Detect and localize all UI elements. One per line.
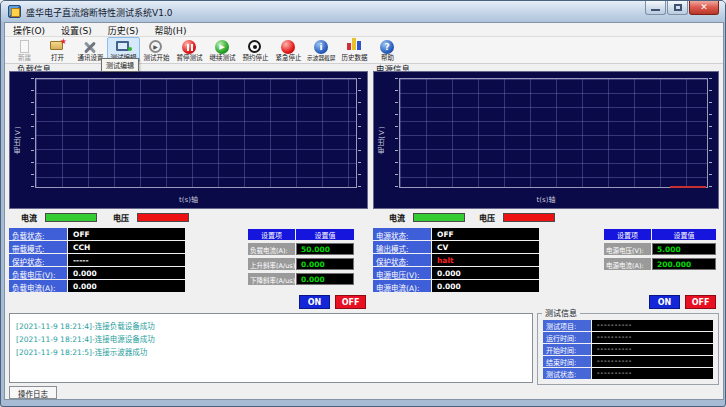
load-chart: 电压(V) t(s)轴 xyxy=(9,71,368,209)
window-title: 盛华电子直流熔断特性测试系统V1.0 xyxy=(26,6,172,19)
load-chart-plot xyxy=(35,78,357,188)
load-chart-yticks-left xyxy=(31,78,34,188)
source-off-button[interactable]: OFF xyxy=(685,295,716,309)
load-current-setting[interactable]: 50.000 xyxy=(296,243,354,255)
source-legend-voltage-swatch xyxy=(503,213,555,222)
load-state-value: OFF xyxy=(68,228,185,240)
source-chart-voltage-trace xyxy=(670,186,706,188)
table-row: 负载电压(V): 0.000 xyxy=(9,267,185,279)
load-legend-current-swatch xyxy=(45,213,97,222)
load-current-value: 0.000 xyxy=(68,280,185,292)
table-row: 负载电流(A): 0.000 xyxy=(9,280,185,292)
source-voltage-setting[interactable]: 5.000 xyxy=(652,243,716,255)
table-row: 负载状态: OFF xyxy=(9,228,185,240)
load-status-table: 负载状态: OFF 带载模式: CCH 保护状态: ----- 负载电压(V):… xyxy=(9,228,185,292)
load-chart-ylabel: 电压(V) xyxy=(13,125,23,154)
rise-slope-setting[interactable]: 0.000 xyxy=(296,258,354,270)
menu-help[interactable]: 帮助(H) xyxy=(155,24,187,36)
test-start-icon: ▶ xyxy=(148,39,165,51)
menu-history[interactable]: 历史(S) xyxy=(108,24,139,36)
table-row: 电源电流(A): 200.000 xyxy=(604,258,716,270)
load-chart-xlabel: t(s)轴 xyxy=(10,194,367,204)
table-row: 结束时间: ---------- xyxy=(543,356,713,367)
end-time-value: ---------- xyxy=(592,356,713,367)
toolbar-emergency-stop-button[interactable]: 紧急停止 xyxy=(272,37,305,63)
test-info-table: 测试项目: ---------- 运行时间: ---------- 开始时间: … xyxy=(543,320,713,379)
toolbar-scheduled-stop-button[interactable]: 预约停止 xyxy=(239,37,272,63)
source-status-table: 电源状态: OFF 输出模式: CV 保护状态: halt 电源电压(V): 0… xyxy=(373,228,539,292)
resume-test-icon: ▶ xyxy=(214,39,231,51)
operation-log: [2021-11-9 18:21:4]-连接负载设备成功 [2021-11-9 … xyxy=(9,313,533,383)
table-row: 下降斜率(A/us): 0.000 xyxy=(248,273,354,285)
load-settings-table: 设置项 设置值 负载电流(A): 50.000 上升斜率(A/us): 0.00… xyxy=(248,229,354,285)
test-edit-icon xyxy=(115,39,132,51)
table-row: 输出模式: CV xyxy=(373,241,539,253)
source-current-setting[interactable]: 200.000 xyxy=(652,258,716,270)
table-row: 电源状态: OFF xyxy=(373,228,539,240)
load-on-button[interactable]: ON xyxy=(299,295,330,309)
toolbar-new-button[interactable]: 新建 xyxy=(8,37,41,63)
fall-slope-setting[interactable]: 0.000 xyxy=(296,273,354,285)
settings-header: 设置项 设置值 xyxy=(604,229,716,240)
emergency-stop-icon xyxy=(280,39,297,51)
table-row: 带载模式: CCH xyxy=(9,241,185,253)
toolbar-history-data-button[interactable]: 历史数据 xyxy=(338,37,371,63)
table-row: 开始时间: ---------- xyxy=(543,344,713,355)
start-time-value: ---------- xyxy=(592,344,713,355)
maximize-button[interactable] xyxy=(667,1,688,15)
source-chart: 电压(V) t(s)轴 xyxy=(373,71,719,209)
menu-settings[interactable]: 设置(S) xyxy=(61,24,92,36)
maximize-icon xyxy=(674,4,682,11)
toolbar-open-button[interactable]: ★ 打开 xyxy=(41,37,74,63)
toolbar-pause-test-button[interactable]: 暂停测试 xyxy=(173,37,206,63)
source-chart-yticks-right xyxy=(709,78,712,188)
table-row: 上升斜率(A/us): 0.000 xyxy=(248,258,354,270)
table-row: 测试项目: ---------- xyxy=(543,320,713,331)
tab-operation-log[interactable]: 操作日志 xyxy=(9,386,57,399)
source-current-value: 0.000 xyxy=(432,280,539,292)
menu-bar: 操作(O) 设置(S) 历史(S) 帮助(H) xyxy=(5,23,723,37)
close-button[interactable]: ✕ xyxy=(689,1,719,15)
toolbar-scope-screenshot-button[interactable]: i 示波器截屏 xyxy=(305,37,338,63)
minimize-icon xyxy=(651,9,660,11)
load-voltage-value: 0.000 xyxy=(68,267,185,279)
comm-settings-icon xyxy=(82,39,99,51)
source-mode-value: CV xyxy=(432,241,539,253)
close-icon: ✕ xyxy=(690,2,718,12)
test-info-title: 测试信息 xyxy=(542,307,580,318)
test-state-value: ---------- xyxy=(592,368,713,379)
app-window: 盛华电子直流熔断特性测试系统V1.0 ✕ 操作(O) 设置(S) 历史(S) 帮… xyxy=(0,0,726,407)
source-settings-table: 设置项 设置值 电源电压(V): 5.000 电源电流(A): 200.000 xyxy=(604,229,716,270)
load-legend-voltage-swatch xyxy=(137,213,189,222)
table-row: 测试状态: ---------- xyxy=(543,368,713,379)
history-data-icon xyxy=(346,39,363,51)
source-legend-current-label: 电流 xyxy=(389,212,405,223)
source-on-button[interactable]: ON xyxy=(649,295,680,309)
toolbar-help-button[interactable]: ? 帮助 xyxy=(371,37,404,63)
source-legend-voltage-label: 电压 xyxy=(479,212,495,223)
source-chart-plot xyxy=(399,78,708,188)
log-line: [2021-11-9 18:21:4]-连接电源设备成功 xyxy=(16,333,532,346)
log-line: [2021-11-9 18:21:4]-连接负载设备成功 xyxy=(16,320,532,333)
load-protection-value: ----- xyxy=(68,254,185,266)
title-bar: 盛华电子直流熔断特性测试系统V1.0 ✕ xyxy=(1,1,725,22)
source-chart-yticks-left xyxy=(395,78,398,188)
table-row: 保护状态: halt xyxy=(373,254,539,266)
source-legend-current-swatch xyxy=(413,213,465,222)
toolbar-resume-test-button[interactable]: ▶ 继续测试 xyxy=(206,37,239,63)
load-off-button[interactable]: OFF xyxy=(335,295,366,309)
run-time-value: ---------- xyxy=(592,332,713,343)
toolbar-test-start-button[interactable]: ▶ 测试开始 xyxy=(140,37,173,63)
table-row: 电源电流(A): 0.000 xyxy=(373,280,539,292)
app-icon xyxy=(8,5,21,18)
source-protection-value: halt xyxy=(432,254,539,266)
load-mode-value: CCH xyxy=(68,241,185,253)
load-legend-voltage-label: 电压 xyxy=(113,212,129,223)
scope-screenshot-icon: i xyxy=(313,39,330,51)
new-file-icon xyxy=(16,39,33,51)
menu-operation[interactable]: 操作(O) xyxy=(13,24,45,36)
minimize-button[interactable] xyxy=(645,1,666,15)
table-row: 运行时间: ---------- xyxy=(543,332,713,343)
settings-header: 设置项 设置值 xyxy=(248,229,354,240)
table-row: 保护状态: ----- xyxy=(9,254,185,266)
